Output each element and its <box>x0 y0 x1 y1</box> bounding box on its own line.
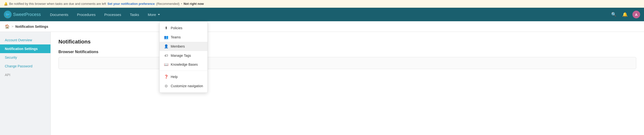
dot-separator: • <box>181 2 182 6</box>
nav-documents[interactable]: Documents <box>46 8 73 21</box>
main-content: Notifications Browser Notifications <box>51 32 644 135</box>
not-right-now-link[interactable]: Not right now <box>184 2 204 6</box>
avatar[interactable]: A <box>632 11 640 18</box>
sidebar-item-change-password[interactable]: Change Password <box>0 62 50 70</box>
manage-tags-icon: 🏷 <box>164 53 168 58</box>
chevron-down-icon <box>158 14 160 15</box>
logo[interactable]: 🐦 SweetProcess <box>4 11 41 18</box>
breadcrumb: 🏠 > Notification Settings <box>0 21 644 32</box>
search-button[interactable]: 🔍 <box>610 11 618 18</box>
breadcrumb-current: Notification Settings <box>16 25 48 28</box>
breadcrumb-separator: > <box>12 25 14 28</box>
home-icon[interactable]: 🏠 <box>5 24 10 29</box>
dropdown-divider <box>160 70 208 71</box>
help-icon: ❓ <box>164 74 168 79</box>
main-layout: Account Overview Notification Settings S… <box>0 32 644 135</box>
nav-procedures[interactable]: Procedures <box>73 8 100 21</box>
nav-right: 🔍 🔔 A <box>610 11 640 18</box>
notification-bar: 🔔 Be notified by this browser when tasks… <box>0 0 644 8</box>
notifications-button[interactable]: 🔔 <box>621 11 628 18</box>
sidebar: Account Overview Notification Settings S… <box>0 32 51 135</box>
top-nav: 🐦 SweetProcess Documents Procedures Proc… <box>0 8 644 21</box>
page-title: Notifications <box>58 39 636 45</box>
customize-nav-icon: ⊙ <box>164 84 168 88</box>
nav-processes[interactable]: Processes <box>100 8 126 21</box>
logo-icon: 🐦 <box>4 11 12 18</box>
bell-icon: 🔔 <box>4 2 8 6</box>
dropdown-customize-nav[interactable]: ⊙ Customize navigation <box>160 82 208 90</box>
knowledge-bases-icon: 📖 <box>164 62 168 67</box>
browser-notifications-box <box>58 57 636 69</box>
sidebar-item-notification-settings[interactable]: Notification Settings <box>0 44 50 53</box>
policies-icon: ⬆ <box>164 26 168 30</box>
nav-links: Documents Procedures Processes Tasks Mor… <box>46 8 610 21</box>
nav-more[interactable]: More <box>144 8 164 21</box>
nav-tasks[interactable]: Tasks <box>126 8 144 21</box>
logo-text: SweetProcess <box>13 12 41 17</box>
dropdown-help[interactable]: ❓ Help <box>160 72 208 82</box>
dropdown-manage-tags[interactable]: 🏷 Manage Tags <box>160 51 208 60</box>
recommended-text: (Recommended) <box>156 2 180 6</box>
section-title-browser-notifications: Browser Notifications <box>58 50 636 54</box>
logo-process: Process <box>25 12 41 17</box>
members-icon: 👤 <box>164 44 168 48</box>
sidebar-item-account-overview[interactable]: Account Overview <box>0 36 50 44</box>
sidebar-item-security[interactable]: Security <box>0 53 50 62</box>
set-preference-link[interactable]: Set your notification preference <box>108 2 155 6</box>
dropdown-policies[interactable]: ⬆ Policies <box>160 24 208 32</box>
dropdown-knowledge-bases[interactable]: 📖 Knowledge Bases <box>160 60 208 69</box>
dropdown-members[interactable]: 👤 Members <box>160 42 208 51</box>
sidebar-item-api[interactable]: API <box>0 70 50 79</box>
dropdown-teams[interactable]: 👥 Teams <box>160 32 208 42</box>
teams-icon: 👥 <box>164 35 168 39</box>
more-dropdown-menu: ⬆ Policies 👥 Teams 👤 Members 🏷 Manage Ta… <box>159 21 208 93</box>
notification-text: Be notified by this browser when tasks a… <box>9 2 106 6</box>
